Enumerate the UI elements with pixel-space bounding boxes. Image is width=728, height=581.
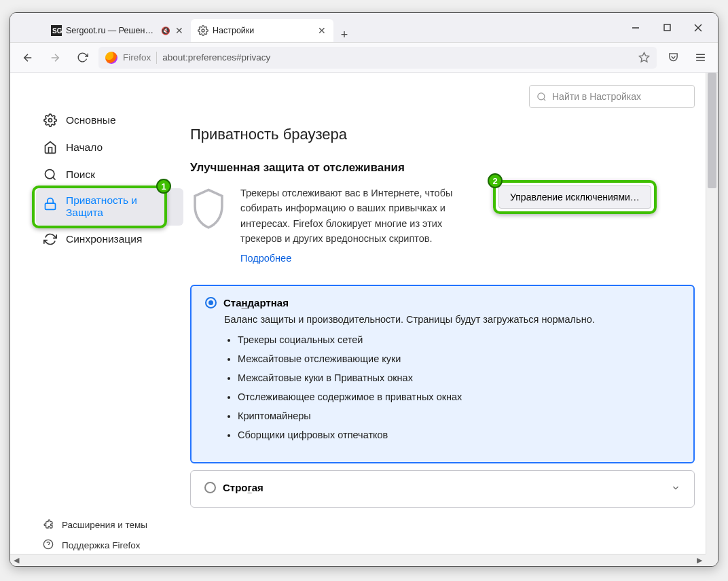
svg-point-11 bbox=[49, 119, 52, 122]
bookmark-star-icon[interactable] bbox=[638, 52, 650, 63]
close-window-button[interactable] bbox=[682, 17, 714, 39]
svg-line-18 bbox=[543, 99, 545, 101]
gear-icon bbox=[43, 113, 58, 128]
maximize-button[interactable] bbox=[651, 17, 682, 39]
page-title: Приватность браузера bbox=[190, 126, 695, 143]
sidebar-item-label: Начало bbox=[66, 141, 103, 154]
svg-line-13 bbox=[53, 177, 56, 180]
sidebar-link-support[interactable]: Поддержка Firefox bbox=[36, 535, 183, 555]
tab-audio-icon[interactable]: 🔇 bbox=[161, 27, 170, 35]
scroll-left-icon[interactable]: ◀ bbox=[10, 554, 22, 567]
forward-button[interactable] bbox=[44, 47, 66, 69]
separator bbox=[156, 52, 157, 64]
url-text: about:preferences#privacy bbox=[162, 52, 633, 63]
card-title: Стандартная bbox=[223, 297, 289, 309]
card-title: Строгая bbox=[223, 482, 263, 493]
callout-badge-2: 2 bbox=[488, 173, 503, 188]
scrollbar-corner bbox=[706, 554, 718, 566]
app-menu-button[interactable] bbox=[689, 47, 711, 69]
sidebar-item-label: Синхронизация bbox=[66, 233, 142, 245]
scrollbar-thumb[interactable] bbox=[708, 73, 716, 188]
sidebar-link-label: Поддержка Firefox bbox=[62, 540, 140, 550]
puzzle-icon bbox=[43, 518, 55, 531]
settings-search-input[interactable]: Найти в Настройках bbox=[529, 85, 695, 108]
sidebar-item-home[interactable]: Начало bbox=[36, 134, 183, 161]
tab-active[interactable]: Настройки ✕ bbox=[191, 19, 333, 42]
horizontal-scrollbar[interactable]: ◀ ▶ bbox=[10, 554, 706, 566]
close-icon[interactable]: ✕ bbox=[175, 26, 184, 35]
card-description: Баланс защиты и производительности. Стра… bbox=[224, 314, 680, 325]
titlebar: SG Sergoot.ru — Решение ваших 🔇 ✕ Настро… bbox=[10, 13, 718, 43]
minimize-button[interactable] bbox=[620, 17, 651, 39]
manage-exceptions-button[interactable]: Управление исключениями… bbox=[498, 186, 651, 209]
vertical-scrollbar[interactable] bbox=[706, 73, 718, 554]
url-bar[interactable]: Firefox about:preferences#privacy bbox=[98, 47, 657, 69]
sync-icon bbox=[43, 232, 58, 247]
tracking-description: Трекеры отслеживают вас в Интернете, что… bbox=[240, 188, 452, 244]
svg-text:SG: SG bbox=[52, 27, 62, 35]
search-icon bbox=[536, 92, 547, 102]
close-icon[interactable]: ✕ bbox=[317, 26, 327, 35]
new-tab-button[interactable]: + bbox=[333, 28, 355, 42]
tab-title: Настройки bbox=[213, 26, 313, 35]
sidebar-item-label: Основные bbox=[66, 114, 116, 126]
tab-background[interactable]: SG Sergoot.ru — Решение ваших 🔇 ✕ bbox=[44, 19, 191, 42]
list-item: Трекеры социальных сетей bbox=[238, 334, 680, 345]
url-identity: Firefox bbox=[123, 52, 151, 63]
browser-window: SG Sergoot.ru — Решение ваших 🔇 ✕ Настро… bbox=[10, 12, 718, 567]
site-favicon: SG bbox=[51, 25, 62, 36]
pocket-icon[interactable] bbox=[662, 47, 684, 69]
home-icon bbox=[43, 140, 58, 155]
list-item: Сборщики цифровых отпечатков bbox=[238, 429, 680, 440]
callout-highlight-1 bbox=[32, 186, 167, 228]
sidebar-item-sync[interactable]: Синхронизация bbox=[36, 226, 183, 253]
shield-icon bbox=[190, 187, 227, 229]
scroll-right-icon[interactable]: ▶ bbox=[693, 554, 706, 567]
chevron-down-icon[interactable] bbox=[671, 483, 680, 493]
radio-standard[interactable] bbox=[205, 297, 217, 309]
list-item: Криптомайнеры bbox=[238, 410, 680, 421]
search-icon bbox=[43, 167, 58, 182]
nav-toolbar: Firefox about:preferences#privacy bbox=[10, 43, 718, 73]
sidebar-link-extensions[interactable]: Расширения и темы bbox=[36, 514, 183, 535]
button-label: Управление исключениями… bbox=[510, 192, 640, 203]
protection-card-strict[interactable]: Строгая bbox=[190, 470, 695, 508]
radio-strict[interactable] bbox=[204, 482, 216, 493]
svg-point-2 bbox=[202, 29, 204, 32]
content-area: Основные Начало Поиск 1 bbox=[10, 73, 718, 566]
list-item: Межсайтовые куки в Приватных окнах bbox=[238, 372, 680, 383]
tab-title: Sergoot.ru — Решение ваших bbox=[66, 26, 157, 35]
help-icon bbox=[43, 539, 55, 551]
gear-icon bbox=[198, 25, 208, 36]
svg-point-12 bbox=[46, 170, 54, 179]
callout-badge-1: 1 bbox=[156, 179, 171, 194]
list-item: Отслеживающее содержимое в приватных окн… bbox=[238, 391, 680, 402]
svg-marker-7 bbox=[639, 52, 649, 61]
svg-point-17 bbox=[538, 92, 545, 99]
back-button[interactable] bbox=[17, 47, 39, 69]
protection-card-standard[interactable]: Стандартная Баланс защиты и производител… bbox=[190, 285, 695, 463]
protection-list: Трекеры социальных сетей Межсайтовые отс… bbox=[238, 334, 680, 440]
settings-sidebar: Основные Начало Поиск 1 bbox=[10, 73, 183, 566]
main-panel: Найти в Настройках Приватность браузера … bbox=[183, 73, 718, 566]
tab-strip: SG Sergoot.ru — Решение ваших 🔇 ✕ Настро… bbox=[10, 13, 620, 42]
search-placeholder: Найти в Настройках bbox=[552, 91, 641, 102]
list-item: Межсайтовые отслеживающие куки bbox=[238, 353, 680, 364]
reload-button[interactable] bbox=[71, 47, 93, 69]
svg-rect-4 bbox=[664, 24, 670, 31]
window-controls bbox=[620, 13, 718, 42]
learn-more-link[interactable]: Подробнее bbox=[240, 251, 291, 266]
sidebar-link-label: Расширения и темы bbox=[62, 520, 147, 530]
section-title: Улучшенная защита от отслеживания bbox=[190, 161, 695, 175]
firefox-icon bbox=[105, 52, 117, 64]
sidebar-item-label: Поиск bbox=[66, 169, 95, 181]
sidebar-item-general[interactable]: Основные bbox=[36, 107, 183, 134]
